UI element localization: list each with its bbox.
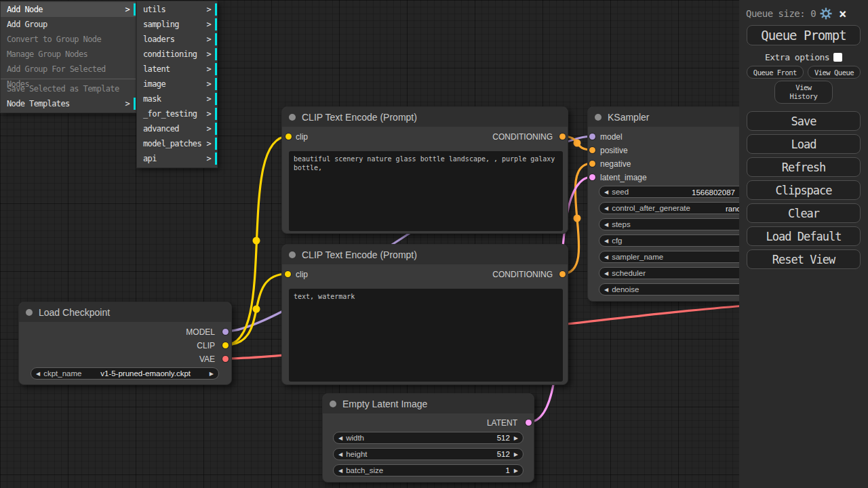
reset-view-button[interactable]: Reset View — [747, 249, 861, 269]
submenu-item-latent[interactable]: latent > — [137, 62, 217, 77]
input-port-model[interactable] — [589, 134, 595, 140]
output-port-conditioning[interactable] — [559, 271, 566, 277]
widget-value: 1 — [505, 466, 509, 474]
widget-value: 1566802087 — [692, 188, 735, 197]
load-default-button[interactable]: Load Default — [747, 226, 861, 246]
widget-label: scheduler — [612, 269, 646, 277]
collapse-dot-icon[interactable] — [595, 114, 601, 121]
stepper-left-icon[interactable]: ◀ — [604, 189, 608, 195]
input-label-clip: clip — [296, 132, 308, 142]
wire-clip-2 — [225, 274, 288, 345]
node-clip-text-encode-positive[interactable]: CLIP Text Encode (Prompt) clip CONDITION… — [281, 106, 568, 234]
node-load-checkpoint[interactable]: Load Checkpoint MODEL CLIP VAE ◀ ckpt_na… — [18, 302, 232, 385]
stepper-left-icon[interactable]: ◀ — [604, 270, 608, 277]
wire-midpoint-dot — [574, 140, 581, 147]
stepper-left-icon[interactable]: ◀ — [604, 205, 608, 211]
stepper-right-icon[interactable]: ▶ — [514, 468, 518, 474]
output-port-clip[interactable] — [222, 342, 229, 348]
refresh-button[interactable]: Refresh — [747, 157, 861, 177]
collapse-dot-icon[interactable] — [289, 251, 296, 258]
stepper-left-icon[interactable]: ◀ — [338, 435, 342, 441]
input-port-clip[interactable] — [285, 134, 292, 140]
submenu-arrow-icon: > — [206, 151, 211, 166]
submenu-item-sampling[interactable]: sampling > — [137, 17, 217, 32]
submenu-item-model-patches[interactable]: model_patches > — [137, 136, 217, 151]
widget-label: cfg — [612, 237, 622, 245]
save-button[interactable]: Save — [747, 111, 861, 131]
node-empty-latent-image[interactable]: Empty Latent Image LATENT ◀ width 512 ▶ … — [322, 393, 534, 483]
stepper-right-icon[interactable]: ▶ — [514, 435, 518, 441]
input-port-latent-image[interactable] — [589, 174, 595, 180]
node-title-bar[interactable]: CLIP Text Encode (Prompt) — [282, 107, 568, 127]
submenu-item-api[interactable]: api > — [137, 151, 217, 166]
prompt-textarea[interactable]: beautiful scenery nature glass bottle la… — [289, 151, 563, 231]
node-title: CLIP Text Encode (Prompt) — [302, 112, 417, 123]
menu-item-node-templates[interactable]: Node Templates > — [1, 96, 136, 111]
menu-item-save-selected-as-template: Save Selected as Template — [1, 81, 136, 96]
input-port-clip[interactable] — [285, 271, 291, 277]
output-label-clip: CLIP — [197, 341, 215, 350]
submenu-item-for-testing[interactable]: _for_testing > — [137, 106, 217, 121]
extra-options-label: Extra options — [765, 52, 829, 62]
stepper-right-icon[interactable]: ▶ — [514, 451, 518, 458]
submenu-arrow-icon: > — [206, 92, 211, 106]
context-menu: Add Node > Add Group Convert to Group No… — [0, 1, 136, 113]
menu-item-add-node[interactable]: Add Node > — [1, 2, 136, 17]
node-title-bar[interactable]: CLIP Text Encode (Prompt) — [282, 245, 568, 264]
widget-width[interactable]: ◀ width 512 ▶ — [333, 432, 524, 444]
stepper-left-icon[interactable]: ◀ — [604, 287, 608, 293]
collapse-dot-icon[interactable] — [26, 309, 33, 316]
settings-gear-icon[interactable] — [820, 7, 832, 20]
submenu-item-mask[interactable]: mask > — [137, 92, 217, 106]
output-label-latent: LATENT — [487, 418, 517, 428]
output-port-vae[interactable] — [222, 356, 229, 362]
input-label-positive: positive — [600, 146, 628, 155]
graph-canvas[interactable]: Load Checkpoint MODEL CLIP VAE ◀ ckpt_na… — [0, 0, 868, 488]
stepper-left-icon[interactable]: ◀ — [604, 222, 608, 228]
stepper-right-icon[interactable]: ▶ — [210, 371, 214, 377]
stepper-left-icon[interactable]: ◀ — [338, 468, 342, 474]
menu-item-add-group-for-selected-nodes: Add Group For Selected Nodes — [1, 62, 136, 77]
submenu-item-loaders[interactable]: loaders > — [137, 32, 217, 47]
widget-value: 512 — [497, 450, 510, 458]
stepper-left-icon[interactable]: ◀ — [604, 254, 608, 260]
node-title-bar[interactable]: Empty Latent Image — [323, 394, 534, 413]
queue-front-button[interactable]: Queue Front — [747, 66, 804, 79]
input-label-model: model — [600, 132, 623, 142]
submenu-item-advanced[interactable]: advanced > — [137, 121, 217, 136]
input-port-positive[interactable] — [589, 147, 595, 153]
stepper-left-icon[interactable]: ◀ — [338, 451, 342, 458]
load-button[interactable]: Load — [747, 134, 861, 154]
output-port-conditioning[interactable] — [559, 134, 566, 140]
view-queue-button[interactable]: View Queue — [808, 66, 861, 79]
submenu-item-conditioning[interactable]: conditioning > — [137, 47, 217, 62]
widget-label: control_after_generate — [612, 204, 690, 212]
widget-height[interactable]: ◀ height 512 ▶ — [333, 448, 524, 460]
submenu-item-utils[interactable]: utils > — [137, 2, 217, 17]
queue-prompt-button[interactable]: Queue Prompt — [747, 25, 861, 45]
clear-button[interactable]: Clear — [747, 203, 861, 223]
collapse-dot-icon[interactable] — [289, 114, 296, 121]
prompt-textarea[interactable]: text, watermark — [289, 289, 563, 382]
input-port-negative[interactable] — [589, 161, 595, 167]
submenu-arrow-icon: > — [206, 106, 211, 121]
node-title-bar[interactable]: Load Checkpoint — [19, 302, 231, 322]
widget-label: height — [346, 450, 367, 458]
widget-batch-size[interactable]: ◀ batch_size 1 ▶ — [333, 464, 524, 476]
output-port-latent[interactable] — [526, 420, 532, 426]
close-icon[interactable]: × — [839, 7, 846, 20]
collapse-dot-icon[interactable] — [330, 401, 336, 407]
clipspace-button[interactable]: Clipspace — [747, 180, 861, 200]
node-title: Load Checkpoint — [39, 307, 110, 318]
submenu-item-image[interactable]: image > — [137, 77, 217, 92]
stepper-left-icon[interactable]: ◀ — [604, 238, 608, 244]
node-clip-text-encode-negative[interactable]: CLIP Text Encode (Prompt) clip CONDITION… — [281, 244, 568, 385]
node-title: KSampler — [608, 112, 649, 123]
view-history-button[interactable]: View History — [774, 81, 833, 104]
submenu-arrow-icon: > — [206, 2, 211, 17]
stepper-left-icon[interactable]: ◀ — [36, 371, 40, 377]
output-port-model[interactable] — [222, 329, 229, 335]
extra-options-checkbox[interactable] — [833, 53, 842, 62]
menu-item-add-group[interactable]: Add Group — [1, 17, 136, 32]
widget-ckpt-name[interactable]: ◀ ckpt_name v1-5-pruned-emaonly.ckpt ▶ — [31, 367, 219, 380]
